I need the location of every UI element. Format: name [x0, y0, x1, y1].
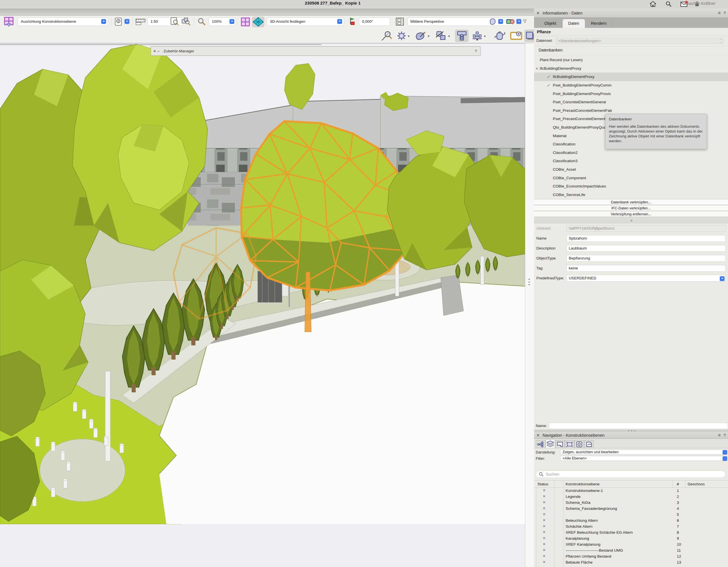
disclosure-icon[interactable]: ∨ — [536, 67, 540, 70]
help-icon[interactable]: ? — [721, 11, 726, 15]
render-teapot-icon[interactable] — [494, 31, 507, 41]
layer-row[interactable]: ✕Konstruktionsebene-11 — [534, 488, 728, 494]
alignment-dropdown-button[interactable] — [101, 19, 106, 24]
status-icon[interactable]: ✕ — [543, 536, 545, 540]
panel-splitter[interactable] — [534, 430, 728, 432]
status-icon[interactable]: ✕ — [543, 542, 545, 546]
walkthrough-tool-icon[interactable] — [506, 17, 515, 26]
layer-row[interactable]: ✕XREF Beleuchtung Schächte EG Altern8 — [534, 529, 728, 535]
filter-stepper[interactable] — [723, 456, 727, 461]
layer-row[interactable]: ✕Pflanzen Umfamg Bestand12 — [534, 553, 728, 559]
status-icon[interactable]: ✕ — [543, 506, 545, 510]
multi-view-chevron[interactable]: ▾ — [484, 34, 486, 38]
status-icon[interactable]: ✕ — [543, 500, 545, 504]
layer-row[interactable]: ✕5 — [534, 512, 728, 518]
link-ifc-button[interactable]: IFC-Daten verknüpfen... — [534, 205, 728, 211]
clip-cube-icon[interactable] — [510, 31, 523, 41]
db-row[interactable]: COBie_EconomicImpactValues — [534, 182, 728, 191]
fit-page-icon[interactable] — [169, 17, 180, 26]
close-icon[interactable]: ✕ — [536, 11, 543, 15]
viewpane-icon[interactable] — [240, 17, 251, 27]
canvas-scrollbar[interactable] — [525, 43, 534, 567]
col-number[interactable]: # — [677, 482, 679, 486]
status-icon[interactable]: ✕ — [543, 518, 545, 522]
angle-input[interactable]: 0,000° — [359, 17, 390, 26]
class-options-dropdown-button[interactable] — [125, 19, 129, 24]
perspective-select[interactable]: Mittlere Perspektive — [407, 17, 513, 26]
status-icon[interactable]: ✕ — [543, 494, 545, 498]
db-row[interactable]: Pset_PrecastConcreteElementFab — [534, 106, 728, 115]
stepper-icon[interactable]: ⌃⌄ — [719, 39, 721, 43]
status-icon[interactable]: ✕ — [543, 554, 545, 558]
status-icon[interactable]: ✕ — [543, 530, 545, 534]
flyover-tool-icon[interactable] — [488, 17, 497, 26]
home-icon[interactable] — [649, 1, 657, 7]
fit-objects-icon[interactable] — [181, 17, 192, 26]
status-icon[interactable]: ✕ — [543, 560, 545, 564]
render-style-chevron[interactable]: ▾ — [428, 34, 429, 38]
display-mode-stepper[interactable] — [723, 450, 727, 455]
db-row[interactable]: ✓Pset_BuildingElementProxyComm — [534, 81, 728, 90]
logged-in-user[interactable]: Joachim Kräftner — [685, 1, 728, 6]
predefinedtype-dropdown-button[interactable] — [720, 276, 725, 281]
tab-daten[interactable]: Daten — [562, 19, 585, 28]
layer-row[interactable]: ✕Bebaute Fläche13 — [534, 559, 728, 565]
view-mode-dropdown-button[interactable] — [337, 19, 342, 24]
tab-references-icon[interactable] — [584, 440, 594, 448]
db-row[interactable]: COBie_Component — [534, 173, 728, 182]
layer-row[interactable]: ✕--------------------------Bestand UMG11 — [534, 547, 728, 553]
surface-options-chevron[interactable]: ▾ — [448, 34, 450, 38]
tab-layers-icon[interactable] — [545, 439, 555, 448]
db-row[interactable]: COBie_Asset — [534, 165, 728, 174]
tab-sheet-icon[interactable] — [555, 440, 565, 448]
tag-input[interactable]: keine — [566, 265, 726, 272]
multi-view-icon[interactable] — [471, 31, 483, 41]
tab-viewport-icon[interactable] — [565, 440, 574, 448]
perspective-icon[interactable] — [395, 17, 405, 26]
zoom-dropdown-button[interactable] — [229, 19, 234, 24]
objecttype-input[interactable]: Bepflanzung — [566, 255, 726, 262]
remove-link-button[interactable]: Verknüpfung entfernen... — [534, 211, 728, 217]
db-group-row[interactable]: ∨IfcBuildingElementProxy — [534, 64, 728, 73]
status-icon[interactable]: ✕ — [543, 512, 545, 516]
analysis-tool-icon[interactable] — [381, 31, 393, 41]
layer-row[interactable]: ✕Schema_KiGa3 — [534, 500, 728, 506]
toolbar-overflow-chevron[interactable]: ▽ — [523, 18, 527, 24]
tab-rendern[interactable]: Rendern — [585, 19, 613, 28]
tab-hierarchy-icon[interactable] — [536, 440, 545, 448]
db-row[interactable]: COBie_ServiceLife — [534, 191, 728, 199]
layer-search-input[interactable]: Suchen — [536, 471, 726, 478]
surface-options-icon[interactable] — [435, 31, 447, 41]
close-icon[interactable]: ✕ — [536, 433, 543, 438]
db-row[interactable]: Classification2 — [534, 148, 728, 157]
col-layer[interactable]: Konstruktionsebene — [566, 482, 599, 486]
filter-select[interactable]: <Alle Ebenen> — [560, 456, 726, 461]
status-icon[interactable]: ✕ — [543, 566, 545, 567]
menu-icon[interactable]: ≡ — [714, 11, 721, 16]
render-style-icon[interactable] — [415, 31, 427, 41]
db-row[interactable]: Classification3 — [534, 157, 728, 165]
status-icon[interactable]: ✕ — [543, 488, 545, 493]
layer-row[interactable]: ✕XREF Kanalplanung10 — [534, 541, 728, 547]
link-tool-icon[interactable] — [455, 30, 469, 42]
layer-table-header[interactable]: Status Konstruktionsebene # Geschoss — [534, 480, 728, 488]
layer-row[interactable]: ✕Beleuchtung Altern6 — [534, 518, 728, 523]
settings-chevron[interactable]: ▾ — [408, 34, 409, 38]
db-row[interactable]: Pset_ConcreteElementGeneral — [534, 98, 728, 106]
status-icon[interactable]: ✕ — [543, 524, 545, 528]
db-root-row[interactable]: Plant Record (nur Lesen) — [534, 56, 728, 64]
db-row-selected[interactable]: ✓IfcBuildingElementProxy — [534, 73, 728, 81]
link-database-button[interactable]: Datenbank verknüpfen... — [534, 199, 728, 205]
layer-row[interactable]: ✕Projektgrenze14 — [534, 565, 728, 567]
tab-saved-views-icon[interactable] — [574, 440, 584, 448]
layer-row[interactable]: ✕Schema_Fassadenbegrünung4 — [534, 506, 728, 512]
nav-panel-header[interactable]: ✕ Navigation - Konstruktionsebenen ≡ ? — [534, 432, 728, 439]
db-row[interactable]: Pset_BuildingElementProxyProvis — [534, 89, 728, 98]
3d-view-icon[interactable] — [252, 16, 264, 27]
col-geschoss[interactable]: Geschoss — [688, 482, 705, 486]
panel-resize-grip[interactable] — [528, 279, 530, 285]
predefinedtype-select[interactable]: USERDEFINED — [566, 275, 726, 281]
zoom-tool-icon[interactable] — [197, 17, 206, 26]
accessory-manager-titlebar[interactable]: ✕ − Zubehör-Manager ? — [151, 46, 481, 56]
menu-icon[interactable]: ≡ — [714, 433, 721, 438]
